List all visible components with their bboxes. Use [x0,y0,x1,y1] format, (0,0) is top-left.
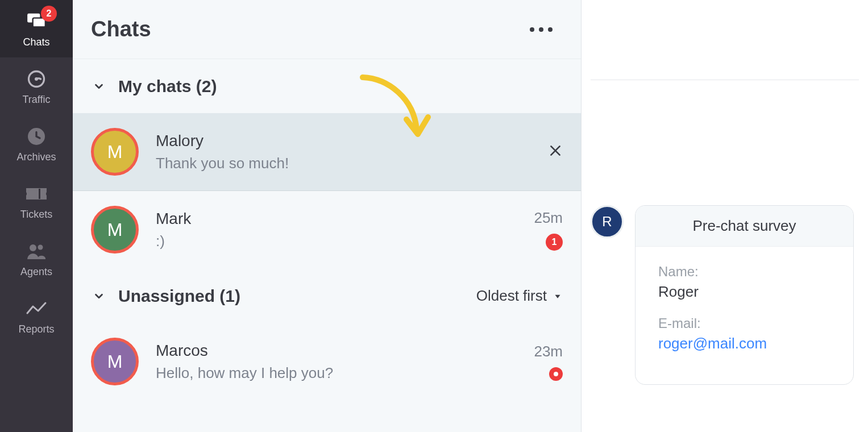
pre-chat-survey-card: Pre-chat survey Name: Roger E-mail: roge… [635,205,854,385]
avatar: R [591,205,624,238]
chat-preview: Hello, how may I help you? [156,364,517,382]
sidebar-item-label: Chats [23,36,49,48]
survey-row: R Pre-chat survey Name: Roger E-mail: ro… [591,205,859,385]
sidebar-item-label: Tickets [20,209,52,221]
divider [591,80,859,80]
unread-dot [549,367,563,381]
traffic-icon [25,68,48,90]
sidebar-item-agents[interactable]: Agents [0,230,73,287]
sidebar: Chats 2 Traffic Archives Tic [0,0,73,432]
sidebar-badge: 2 [41,6,57,22]
chat-name: Marcos [156,342,517,360]
chat-item-mark[interactable]: M Mark :) 25m 1 [73,191,581,269]
avatar: M [91,128,139,176]
section-unassigned[interactable]: Unassigned (1) Oldest first [73,269,581,323]
field-value-name: Roger [658,283,830,301]
sidebar-item-traffic[interactable]: Traffic [0,57,73,115]
sidebar-item-label: Reports [18,323,54,335]
field-label-email: E-mail: [658,315,830,331]
section-title: Unassigned (1) [118,286,240,306]
sidebar-item-archives[interactable]: Archives [0,115,73,172]
sort-label: Oldest first [476,287,547,305]
chat-text: Malory Thank you so much! [156,132,531,172]
sidebar-item-tickets[interactable]: Tickets [0,172,73,230]
sidebar-item-reports[interactable]: Reports [0,287,73,344]
agents-icon [25,240,48,263]
chat-text: Marcos Hello, how may I help you? [156,342,517,382]
chat-meta: 23m [534,343,563,381]
chat-list-panel: Chats My chats (2) M Malory Thank you so… [73,0,582,432]
chat-preview: Thank you so much! [156,155,531,172]
svg-point-6 [30,244,36,251]
chat-name: Mark [156,210,517,228]
chat-list-header: Chats [73,0,581,59]
avatar: M [91,338,139,385]
caret-down-icon [553,291,563,301]
chat-item-marcos[interactable]: M Marcos Hello, how may I help you? 23m [73,323,581,401]
chat-text: Mark :) [156,210,517,250]
section-title: My chats (2) [118,77,217,96]
svg-rect-5 [39,189,40,199]
sort-dropdown[interactable]: Oldest first [476,287,563,305]
chat-meta: 25m 1 [534,209,563,251]
field-value-email[interactable]: roger@mail.com [658,335,830,352]
chevron-down-icon [91,288,107,304]
chat-item-malory[interactable]: M Malory Thank you so much! [73,113,581,191]
field-label-name: Name: [658,264,830,280]
sidebar-item-label: Traffic [22,94,50,106]
svg-point-3 [35,77,38,81]
chat-name: Malory [156,132,531,150]
sidebar-item-label: Archives [16,151,56,163]
card-title: Pre-chat survey [636,206,853,247]
unread-badge: 1 [546,234,563,251]
ticket-icon [25,182,48,205]
right-panel: R Pre-chat survey Name: Roger E-mail: ro… [582,0,868,432]
sidebar-item-chats[interactable]: Chats 2 [0,0,73,57]
chevron-down-icon [91,78,107,94]
clock-icon [25,125,48,148]
svg-point-7 [38,245,43,250]
sidebar-item-label: Agents [20,266,52,278]
chat-meta [548,143,563,160]
card-body: Name: Roger E-mail: roger@mail.com [636,247,853,384]
chat-preview: :) [156,232,517,250]
more-options-button[interactable] [524,22,558,38]
chart-line-icon [25,297,48,320]
chat-time: 23m [534,343,563,360]
chat-time: 25m [534,209,563,227]
section-my-chats[interactable]: My chats (2) [73,59,581,113]
page-title: Chats [91,17,151,41]
close-icon[interactable] [548,143,563,160]
avatar: M [91,206,139,254]
